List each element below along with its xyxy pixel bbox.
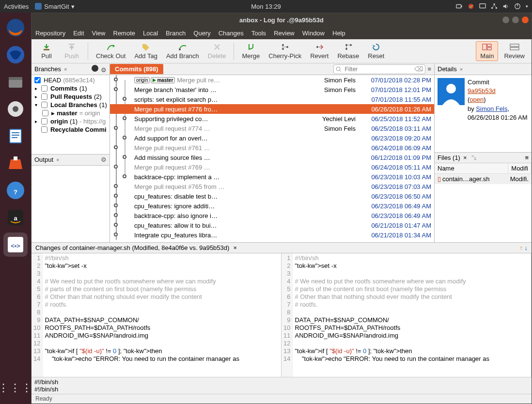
branch-local[interactable]: ▾ Local Branches (1) [32, 101, 109, 109]
commit-hash-link[interactable]: 9a95b53d [468, 87, 496, 94]
commits-list[interactable]: origin▶masterMerge pull re…Simon Fels07/… [110, 75, 434, 242]
next-diff-icon[interactable]: ↓ [525, 244, 528, 251]
launcher-thunderbird[interactable] [3, 43, 28, 67]
commits-tab[interactable]: Commits (898) [110, 64, 163, 74]
details-tab[interactable]: Details [438, 65, 457, 73]
branch-master[interactable]: ▶ master = origin [32, 109, 109, 117]
battery-icon[interactable] [456, 3, 463, 10]
commit-row[interactable]: cpu_features: ignore additi…06/23/2018 0… [110, 201, 434, 211]
cherrypick-button[interactable]: Cherry-Pick [266, 42, 304, 61]
launcher-software[interactable] [3, 151, 28, 175]
commit-row[interactable]: cpu_features: allow it to bui…06/21/2018… [110, 220, 434, 230]
launcher-files[interactable] [3, 70, 28, 94]
menu-branch[interactable]: Branch [166, 30, 186, 37]
commit-row[interactable]: scripts: set explicit search p…07/01/201… [110, 94, 434, 104]
launcher-writer[interactable] [3, 124, 28, 148]
close-icon[interactable]: × [233, 244, 237, 251]
main-perspective-button[interactable]: Main [476, 41, 498, 61]
compare-icon[interactable]: "₁ [472, 154, 477, 161]
sync-icon[interactable] [468, 3, 474, 10]
commit-row[interactable]: Add support for an overl…06/23/2018 09:2… [110, 133, 434, 143]
commit-row[interactable]: Merge pull request #774 …Simon Fels06/25… [110, 124, 434, 133]
close-icon[interactable]: × [56, 157, 59, 163]
launcher-smartgit[interactable]: <•> [3, 233, 28, 257]
commit-row[interactable]: backtrace-cpp: also ignore i…06/23/2018 … [110, 211, 434, 220]
addtag-button[interactable]: Add Tag [131, 42, 160, 61]
output-tab[interactable]: Output [34, 156, 53, 163]
files-tab[interactable]: Files (1) [438, 154, 460, 161]
branch-commits[interactable]: ▸ Commits (1) [32, 84, 109, 93]
menu-tools[interactable]: Tools [251, 30, 266, 37]
author-link[interactable]: Simon Fels [476, 105, 507, 112]
clear-icon[interactable]: ⌫ [414, 65, 423, 73]
file-row[interactable]: ▯contain…ager.sh Modifi. [435, 174, 532, 184]
power-icon[interactable] [514, 3, 521, 10]
menu-help[interactable]: Help [332, 30, 345, 37]
hamburger-icon[interactable]: ≡ [427, 65, 431, 73]
branch-origin[interactable]: ▸ origin (1) - https://g [32, 117, 109, 125]
commit-row[interactable]: origin▶masterMerge pull re…Simon Fels07/… [110, 75, 434, 85]
merge-button[interactable]: Merge [239, 42, 263, 61]
commit-row[interactable]: Supporting privileged co…Yechiel Levi06/… [110, 114, 434, 124]
commit-row[interactable]: Add missing source files …06/12/2018 01:… [110, 153, 434, 162]
menu-remote[interactable]: Remote [113, 30, 136, 37]
network-icon[interactable] [491, 3, 498, 10]
commit-row[interactable]: Merge pull request #765 from …06/23/2018… [110, 182, 434, 191]
commit-row[interactable]: Integrate cpu_features libra…06/21/2018 … [110, 230, 434, 240]
svg-point-5 [493, 3, 495, 5]
close-icon[interactable]: × [463, 154, 467, 161]
rebase-button[interactable]: Rebase [334, 42, 362, 61]
close-icon[interactable]: × [64, 66, 67, 72]
github-icon[interactable] [91, 64, 99, 72]
app-menu[interactable]: SmartGit ▾ [34, 2, 74, 10]
activities-button[interactable]: Activities [4, 3, 29, 10]
commit-row[interactable]: backtrace-cpp: implement a …06/23/2018 1… [110, 172, 434, 182]
window-maximize[interactable] [512, 16, 519, 23]
launcher-help[interactable]: ? [3, 178, 28, 202]
col-mod[interactable]: Modifi [508, 163, 532, 173]
launcher-apps-grid[interactable]: ⋮⋮⋮ [0, 382, 33, 394]
commit-row[interactable]: Merge branch 'master' into …Simon Fels07… [110, 85, 434, 94]
commit-row[interactable]: cpu_features: disable test b…06/23/2018 … [110, 191, 434, 201]
addbranch-button[interactable]: Add Branch [163, 42, 202, 61]
diff-left[interactable]: 1234567891011121314 #!/bin/sh"tok-kw">se… [31, 253, 282, 377]
pull-button[interactable]: Pull [35, 42, 58, 61]
col-name[interactable]: Name [435, 163, 508, 173]
commit-row[interactable]: Merge pull request #776 fro…06/26/2018 0… [110, 104, 434, 114]
chevron-down-icon[interactable]: ▾ [526, 4, 528, 9]
menu-view[interactable]: View [92, 30, 106, 37]
volume-icon[interactable] [502, 3, 509, 10]
hamburger-icon[interactable]: ≡ [525, 154, 529, 161]
gear-icon[interactable]: ⚙ [101, 156, 107, 163]
prev-diff-icon[interactable]: ↑ [519, 244, 523, 251]
launcher-amazon[interactable]: a [3, 205, 28, 230]
branch-head[interactable]: HEAD (685e3c14) [32, 76, 109, 84]
checkout-button[interactable]: Check Out [93, 42, 128, 61]
branch-recyclable[interactable]: Recyclable Commi [32, 125, 109, 134]
launcher-rhythmbox[interactable] [3, 97, 28, 121]
open-link[interactable]: open [469, 96, 484, 103]
branches-tab[interactable]: Branches [34, 65, 61, 73]
close-icon[interactable]: × [460, 66, 463, 72]
diff-right[interactable]: 1234567891011121314 #!/bin/sh"tok-kw">se… [282, 253, 532, 377]
branch-prs[interactable]: ▸ Pull Requests (2) [32, 93, 109, 101]
revert-button[interactable]: Revert [307, 42, 331, 61]
diff-tab[interactable]: Changes of container-manager.sh (Modifie… [35, 244, 229, 251]
display-icon[interactable] [479, 3, 486, 10]
menu-query[interactable]: Query [193, 30, 210, 37]
menu-window[interactable]: Window [302, 30, 325, 37]
window-close[interactable] [522, 16, 529, 23]
review-perspective-button[interactable]: Review [501, 42, 528, 61]
menu-local[interactable]: Local [143, 30, 158, 37]
clock[interactable]: Mon 13:29 [251, 3, 281, 10]
commit-row[interactable]: Merge pull request #769 …06/24/2018 05:1… [110, 162, 434, 172]
menu-review[interactable]: Review [274, 30, 295, 37]
reset-button[interactable]: Reset [365, 42, 387, 61]
commit-row[interactable]: Merge pull request #761 …06/24/2018 06:0… [110, 143, 434, 153]
window-minimize[interactable] [502, 16, 509, 23]
menu-repository[interactable]: Repository [35, 30, 65, 37]
menu-edit[interactable]: Edit [73, 30, 84, 37]
menu-changes[interactable]: Changes [219, 30, 244, 37]
filter-input[interactable] [333, 64, 425, 74]
launcher-firefox[interactable] [3, 16, 28, 40]
